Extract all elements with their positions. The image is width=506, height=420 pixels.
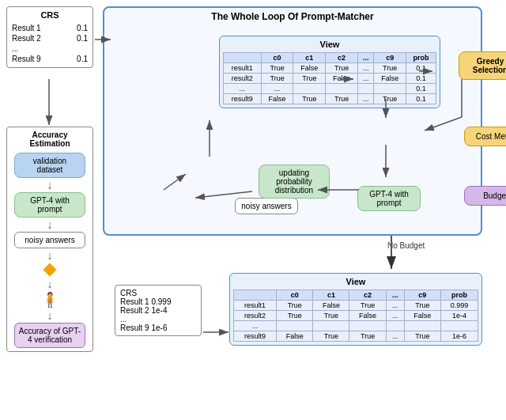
cell bbox=[277, 321, 313, 331]
accuracy-estimation-box: Accuracy Estimation validation dataset ↓… bbox=[6, 127, 93, 352]
view-bottom-table: c0 c1 c2 ... c9 prob result1 True False … bbox=[233, 289, 478, 342]
cost-metric-label: Cost Metric bbox=[476, 132, 506, 141]
view-top-th-2: c1 bbox=[293, 53, 326, 63]
main-loop-box: The Whole Loop Of Prompt-Matcher View c0… bbox=[103, 6, 482, 236]
view-bottom-th-3: c2 bbox=[349, 290, 386, 301]
cell: ... bbox=[261, 84, 293, 94]
cell: 0.1 bbox=[406, 74, 436, 84]
update-prob-label: updating probability distribution bbox=[275, 168, 313, 195]
view-top-th-5: c9 bbox=[374, 53, 406, 63]
cell: ... bbox=[357, 94, 373, 104]
arrow-3: ↓ bbox=[47, 250, 53, 261]
budget-box: Budget bbox=[464, 186, 506, 206]
cell: ... bbox=[224, 84, 262, 94]
update-prob-box: updating probability distribution bbox=[259, 165, 330, 199]
cell: False bbox=[313, 301, 349, 311]
arrow-5: ↓ bbox=[47, 310, 53, 321]
table-row: result1 True False True ... True 0.999 bbox=[234, 301, 478, 311]
crs-top-title: CRS bbox=[12, 10, 88, 20]
view-top-th-4: ... bbox=[357, 53, 373, 63]
accuracy-gpt-verification-box: Accuracy of GPT-4 verification bbox=[14, 323, 85, 348]
crs-bottom-title: CRS bbox=[120, 289, 196, 297]
cell bbox=[349, 321, 386, 331]
cell: ... bbox=[386, 331, 404, 342]
stick-figure: 🧍 bbox=[41, 293, 59, 307]
cell: True bbox=[313, 331, 349, 342]
crs-bottom-row-1: Result 1 0.999 bbox=[120, 297, 196, 306]
cell: True bbox=[326, 63, 358, 74]
view-bottom-box: View c0 c1 c2 ... c9 prob result1 True F… bbox=[229, 273, 482, 346]
gpt4-prompt-box: GPT-4 with prompt bbox=[14, 192, 85, 218]
crs-top-row-4: Result 9 0.1 bbox=[12, 54, 88, 64]
crs-bottom-label-1: Result 1 bbox=[120, 297, 149, 306]
cell: ... bbox=[234, 321, 277, 331]
gpt-inner-box: GPT-4 with prompt bbox=[357, 186, 421, 211]
crs-top-value-1: 0.1 bbox=[77, 24, 88, 32]
view-top-box: View c0 c1 c2 ... c9 prob result1 bbox=[219, 36, 440, 108]
crs-bottom-value-4: 1e-6 bbox=[151, 324, 167, 332]
accuracy-estimation-title: Accuracy Estimation bbox=[12, 131, 88, 148]
table-row: ... ... 0.1 bbox=[224, 84, 436, 94]
cell: result1 bbox=[234, 301, 277, 311]
cell: False bbox=[261, 94, 293, 104]
cell bbox=[374, 84, 406, 94]
crs-top-row-3: ... bbox=[12, 44, 88, 54]
view-bottom-th-4: ... bbox=[386, 290, 404, 301]
cell: result1 bbox=[224, 63, 262, 74]
view-bottom-th-1: c0 bbox=[277, 290, 313, 301]
view-bottom-th-5: c9 bbox=[404, 290, 440, 301]
crs-bottom-row-4: Result 9 1e-6 bbox=[120, 324, 196, 332]
cell: True bbox=[349, 331, 386, 342]
crs-top-value-4: 0.1 bbox=[77, 55, 88, 63]
cell: True bbox=[293, 94, 326, 104]
cell: 0.1 bbox=[406, 94, 436, 104]
table-row: result2 True True False ... False 0.1 bbox=[224, 74, 436, 84]
cell: False bbox=[404, 311, 440, 321]
cell: 1e-6 bbox=[440, 331, 478, 342]
crs-top-label-4: Result 9 bbox=[12, 55, 41, 63]
cell: True bbox=[404, 331, 440, 342]
cell: 0.1 bbox=[406, 84, 436, 94]
cell: False bbox=[349, 311, 386, 321]
crs-top-row-2: Result 2 0.1 bbox=[12, 33, 88, 44]
arrow-2: ↓ bbox=[47, 219, 53, 230]
cell: True bbox=[374, 63, 406, 74]
view-bottom-header-row: c0 c1 c2 ... c9 prob bbox=[234, 290, 478, 301]
greedy-selection-box: Greedy Selection bbox=[459, 51, 506, 80]
cell bbox=[293, 84, 326, 94]
gpt-inner-label: GPT-4 with prompt bbox=[369, 190, 408, 207]
noisy-answers-box: noisy answers bbox=[14, 232, 85, 248]
table-row: result1 True False True ... True 0.1 bbox=[224, 63, 436, 74]
cell: ... bbox=[357, 63, 373, 74]
cell bbox=[357, 84, 373, 94]
cell: False bbox=[326, 74, 358, 84]
diamond-connector bbox=[43, 263, 57, 277]
crs-top-label-1: Result 1 bbox=[12, 24, 41, 32]
noisy-inner-label: noisy answers bbox=[241, 202, 291, 210]
noisy-inner-box: noisy answers bbox=[235, 198, 298, 214]
cell: True bbox=[349, 301, 386, 311]
crs-top-label-2: Result 2 bbox=[12, 34, 41, 43]
view-bottom-th-0 bbox=[234, 290, 277, 301]
view-bottom-th-2: c1 bbox=[313, 290, 349, 301]
view-top-th-3: c2 bbox=[326, 53, 358, 63]
cell: True bbox=[374, 94, 406, 104]
view-top-th-1: c0 bbox=[261, 53, 293, 63]
cell: 0.999 bbox=[440, 301, 478, 311]
cell bbox=[440, 321, 478, 331]
accuracy-flow: validation dataset ↓ GPT-4 with prompt ↓… bbox=[12, 153, 88, 348]
crs-top-row-1: Result 1 0.1 bbox=[12, 23, 88, 33]
table-row: ... bbox=[234, 321, 478, 331]
view-top-header-row: c0 c1 c2 ... c9 prob bbox=[224, 53, 436, 63]
cell: False bbox=[293, 63, 326, 74]
main-loop-title: The Whole Loop Of Prompt-Matcher bbox=[104, 8, 481, 24]
view-top-th-6: prob bbox=[406, 53, 436, 63]
cell: False bbox=[374, 74, 406, 84]
cell: True bbox=[326, 94, 358, 104]
cell bbox=[404, 321, 440, 331]
cost-metric-box: Cost Metric bbox=[464, 127, 506, 146]
crs-bottom-value-1: 0.999 bbox=[151, 297, 171, 306]
cell bbox=[313, 321, 349, 331]
crs-top-value-2: 0.1 bbox=[77, 34, 88, 43]
crs-bottom-row-3: ... bbox=[120, 315, 196, 324]
